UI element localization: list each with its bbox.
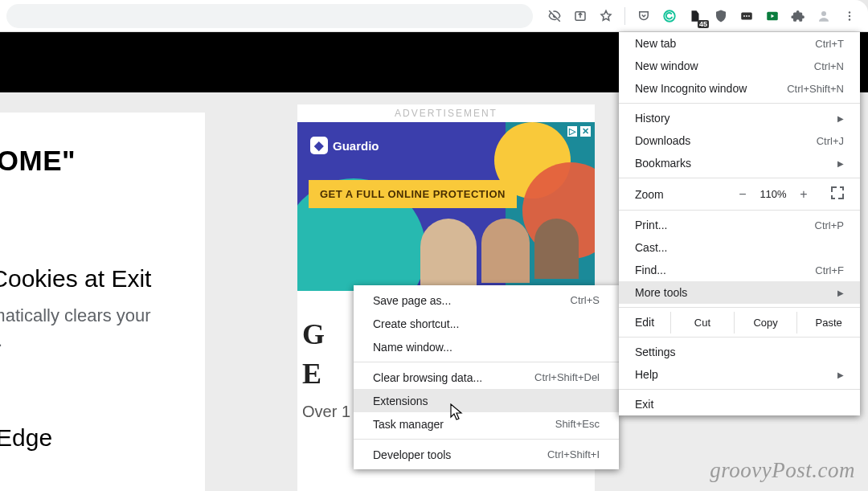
ad-play-icon[interactable]: ▷ (567, 125, 578, 137)
submenu-dev-tools[interactable]: Developer toolsCtrl+Shift+I (354, 443, 619, 466)
share-icon[interactable] (568, 4, 592, 28)
edit-cut-button[interactable]: Cut (670, 312, 734, 333)
menu-help[interactable]: Help▶ (619, 363, 860, 386)
ublock-extension-icon[interactable] (709, 4, 733, 28)
ad-banner[interactable]: ▷✕ ◆Guardio GET A FULL ONLINE PROTECTION (297, 122, 595, 291)
star-icon[interactable] (594, 4, 618, 28)
zoom-value: 110% (755, 188, 791, 200)
page-title-fragment: ROME" (0, 145, 205, 177)
menu-find[interactable]: Find...Ctrl+F (619, 259, 860, 281)
ad-label: ADVERTISEMENT (297, 104, 595, 122)
submenu-clear-data[interactable]: Clear browsing data...Ctrl+Shift+Del (354, 366, 619, 389)
chrome-main-menu: New tabCtrl+T New windowCtrl+N New Incog… (619, 32, 860, 415)
browser-toolbar: 45 (0, 0, 868, 32)
menu-new-incognito[interactable]: New Incognito windowCtrl+Shift+N (619, 77, 860, 100)
zoom-in-button[interactable]: + (791, 187, 817, 202)
menu-zoom-row: Zoom − 110% + (619, 182, 860, 207)
pocket-extension-icon[interactable] (632, 4, 656, 28)
menu-bookmarks[interactable]: Bookmarks▶ (619, 152, 860, 174)
mouse-cursor-icon (450, 403, 465, 421)
extensions-puzzle-icon[interactable] (786, 4, 810, 28)
shield-icon: ◆ (310, 137, 328, 154)
ad-cta-button[interactable]: GET A FULL ONLINE PROTECTION (309, 180, 517, 208)
submenu-create-shortcut[interactable]: Create shortcut... (354, 312, 619, 335)
ad-close-icon[interactable]: ✕ (579, 125, 592, 137)
menu-exit[interactable]: Exit (619, 393, 860, 415)
menu-cast[interactable]: Cast... (619, 236, 860, 259)
svg-point-4 (746, 15, 747, 17)
watermark: groovyPost.com (710, 458, 855, 483)
chevron-right-icon: ▶ (837, 114, 844, 123)
submenu-task-manager[interactable]: Task managerShift+Esc (354, 412, 619, 436)
edit-paste-button[interactable]: Paste (796, 312, 860, 333)
more-tools-submenu: Save page as...Ctrl+S Create shortcut...… (354, 285, 619, 469)
menu-history[interactable]: History▶ (619, 107, 860, 129)
svg-point-7 (821, 11, 826, 16)
chevron-right-icon: ▶ (837, 288, 844, 297)
menu-downloads[interactable]: DownloadsCtrl+J (619, 129, 860, 152)
chevron-right-icon: ▶ (837, 159, 844, 168)
chevron-right-icon: ▶ (837, 370, 844, 379)
submenu-extensions[interactable]: Extensions (354, 389, 619, 412)
svg-point-5 (748, 15, 750, 17)
eye-off-icon[interactable] (542, 4, 567, 28)
kebab-menu-icon[interactable] (837, 4, 862, 28)
svg-point-3 (743, 15, 745, 17)
menu-edit-row: Edit Cut Copy Paste (619, 311, 860, 333)
separator (624, 7, 625, 25)
badge-count: 45 (698, 20, 709, 28)
ad-brand: ◆Guardio (297, 122, 595, 169)
profile-avatar-icon[interactable] (812, 4, 836, 28)
edit-copy-button[interactable]: Copy (734, 312, 797, 333)
menu-new-window[interactable]: New windowCtrl+N (619, 55, 860, 77)
menu-print[interactable]: Print...Ctrl+P (619, 214, 860, 236)
article-heading-2: ft Edge (0, 424, 205, 452)
submenu-name-window[interactable]: Name window... (354, 335, 619, 358)
svg-point-9 (849, 14, 850, 16)
menu-new-tab[interactable]: New tabCtrl+T (619, 32, 860, 55)
fullscreen-button[interactable] (831, 186, 844, 202)
menu-settings[interactable]: Settings (619, 341, 860, 363)
grammarly-extension-icon[interactable] (657, 4, 682, 28)
article-heading: r Cookies at Exit (0, 265, 205, 293)
submenu-save-page[interactable]: Save page as...Ctrl+S (354, 288, 619, 312)
article-sub: tomatically clears your w... (0, 304, 205, 354)
zoom-out-button[interactable]: − (730, 187, 755, 202)
omnibox[interactable] (6, 4, 533, 28)
svg-point-10 (849, 18, 850, 20)
menu-more-tools[interactable]: More tools▶ (619, 281, 860, 304)
lastpass-extension-icon[interactable] (735, 4, 759, 28)
green-extension-icon[interactable] (760, 4, 784, 28)
extension-badge-icon[interactable]: 45 (683, 4, 707, 28)
left-column: ROME" r Cookies at Exit tomatically clea… (0, 113, 205, 491)
svg-point-8 (849, 11, 850, 13)
